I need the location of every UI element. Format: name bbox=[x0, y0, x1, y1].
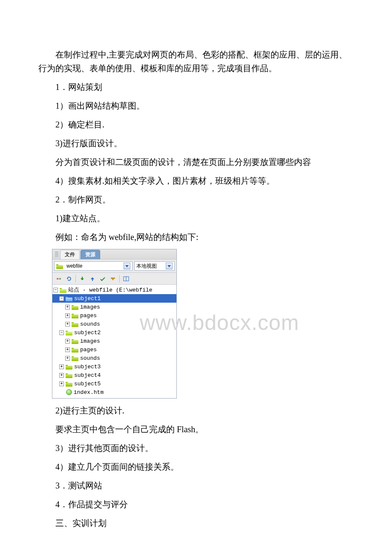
paragraph-1-3: 3)进行版面设计。 bbox=[38, 136, 354, 150]
document-page: 在制作过程中,主要完成对网页的布局、色彩的搭配、框架的应用、层的运用、行为的实现… bbox=[0, 0, 392, 552]
paragraph-1-3a: 分为首页设计和二级页面的设计，清楚在页面上分别要放置哪些内容 bbox=[38, 155, 354, 169]
folder-icon bbox=[72, 347, 78, 353]
paragraph-2: 2．制作网页。 bbox=[38, 193, 354, 206]
tree-item-label: subject2 bbox=[74, 330, 101, 336]
file-tree: www.bdocx.com 站点 - webfile (E:\webfilesu… bbox=[52, 285, 176, 398]
folder-icon bbox=[66, 364, 72, 370]
tree-toggle-collapse[interactable] bbox=[53, 288, 58, 292]
expand-button[interactable] bbox=[121, 274, 131, 283]
svg-rect-3 bbox=[111, 278, 115, 279]
put-button[interactable] bbox=[88, 274, 97, 283]
panel-toolbar bbox=[52, 273, 176, 285]
folder-icon bbox=[72, 338, 78, 344]
paragraph-3: 3．测试网站 bbox=[38, 479, 354, 492]
tree-item[interactable]: sounds bbox=[52, 320, 176, 328]
folder-icon bbox=[72, 356, 78, 361]
files-panel-container: 文件 资源 webfile 本地视图 bbox=[52, 249, 354, 399]
toolbar-separator bbox=[119, 275, 120, 283]
tree-item-label: subject1 bbox=[74, 295, 101, 302]
panel-select-row: webfile 本地视图 bbox=[52, 260, 176, 273]
paragraph-2-1: 1)建立站点。 bbox=[38, 211, 354, 225]
paragraph-1-1: 1）画出网站结构草图。 bbox=[38, 99, 354, 113]
checkout-button[interactable] bbox=[98, 274, 107, 283]
section-3: 三、实训计划 bbox=[38, 516, 354, 530]
panel-tabbar: 文件 资源 bbox=[52, 249, 176, 260]
files-panel: 文件 资源 webfile 本地视图 bbox=[52, 249, 177, 399]
get-button[interactable] bbox=[78, 274, 87, 283]
refresh-button[interactable] bbox=[64, 274, 74, 283]
folder-icon bbox=[66, 381, 72, 387]
tree-toggle-collapse[interactable] bbox=[59, 296, 64, 301]
tab-assets[interactable]: 资源 bbox=[81, 250, 100, 259]
tree-item[interactable]: subject1 bbox=[52, 294, 176, 303]
paragraph-2-3: 3）进行其他页面的设计。 bbox=[38, 441, 354, 455]
folder-icon bbox=[56, 263, 63, 269]
tree-toggle-expand[interactable] bbox=[65, 313, 70, 318]
tree-item-label: pages bbox=[80, 347, 97, 353]
tree-item-label: index.htm bbox=[74, 389, 104, 396]
svg-point-0 bbox=[57, 278, 58, 280]
folder-icon bbox=[66, 373, 72, 378]
folder-icon bbox=[72, 313, 78, 318]
paragraph-2-1a: 例如：命名为 webfile,网站的结构如下: bbox=[38, 230, 354, 244]
paragraph-2-2a: 要求主页中包含一个自己完成的 Flash。 bbox=[38, 422, 354, 436]
tree-item-label: images bbox=[80, 338, 100, 344]
tree-toggle-collapse[interactable] bbox=[59, 330, 64, 335]
paragraph-1-4: 4）搜集素材.如相关文字录入，图片素材，班级相片等等。 bbox=[38, 174, 354, 188]
tree-toggle-expand[interactable] bbox=[65, 305, 70, 309]
tree-item-label: sounds bbox=[80, 321, 100, 327]
tree-toggle-expand[interactable] bbox=[59, 364, 64, 369]
folder-icon bbox=[72, 304, 78, 310]
tree-item[interactable]: sounds bbox=[52, 354, 176, 362]
tree-toggle-expand[interactable] bbox=[65, 322, 70, 327]
tab-files[interactable]: 文件 bbox=[60, 250, 80, 259]
tree-item-label: subject5 bbox=[74, 381, 101, 387]
tree-item-label: subject3 bbox=[74, 364, 101, 370]
tree-item-label: images bbox=[80, 304, 100, 310]
tree-item-label: sounds bbox=[80, 355, 100, 361]
paragraph-intro: 在制作过程中,主要完成对网页的布局、色彩的搭配、框架的应用、层的运用、行为的实现… bbox=[38, 48, 354, 75]
tree-toggle-expand[interactable] bbox=[59, 382, 64, 386]
folder-icon bbox=[66, 330, 72, 335]
paragraph-1-2: 2）确定栏目. bbox=[38, 118, 354, 131]
tree-item[interactable]: index.htm bbox=[52, 388, 176, 396]
tree-item-label: pages bbox=[80, 312, 97, 319]
folder-icon bbox=[66, 296, 72, 301]
tree-item[interactable]: subject2 bbox=[52, 328, 176, 337]
paragraph-1: 1．网站策划 bbox=[38, 80, 354, 94]
view-select[interactable]: 本地视图 bbox=[134, 261, 175, 271]
tree-item[interactable]: pages bbox=[52, 345, 176, 354]
view-select-value: 本地视图 bbox=[136, 263, 157, 270]
tree-item[interactable]: images bbox=[52, 303, 176, 311]
tree-toggle-expand[interactable] bbox=[65, 356, 70, 361]
tree-item[interactable]: images bbox=[52, 337, 176, 345]
tree-toggle-expand[interactable] bbox=[65, 347, 70, 352]
connect-button[interactable] bbox=[54, 274, 63, 283]
tree-item-label: 站点 - webfile (E:\webfile bbox=[68, 286, 153, 294]
dropdown-arrow-icon bbox=[166, 263, 173, 269]
paragraph-2-2: 2)进行主页的设计. bbox=[38, 404, 354, 417]
tree-toggle-expand[interactable] bbox=[59, 373, 64, 378]
html-file-icon bbox=[66, 389, 72, 395]
paragraph-4: 4．作品提交与评分 bbox=[38, 497, 354, 511]
tree-item[interactable]: subject4 bbox=[52, 371, 176, 379]
svg-point-1 bbox=[59, 278, 61, 280]
site-select[interactable]: webfile bbox=[54, 261, 133, 271]
tree-toggle-expand[interactable] bbox=[65, 339, 70, 344]
toolbar-separator bbox=[75, 275, 76, 283]
tree-item[interactable]: subject3 bbox=[52, 362, 176, 371]
dropdown-arrow-icon bbox=[124, 263, 130, 269]
folder-icon bbox=[60, 287, 66, 293]
tree-item-label: subject4 bbox=[74, 372, 101, 379]
folder-icon bbox=[72, 321, 78, 327]
panel-grip-icon bbox=[55, 251, 58, 257]
site-select-value: webfile bbox=[66, 263, 82, 269]
paragraph-2-4: 4）建立几个页面间的链接关系。 bbox=[38, 460, 354, 474]
tree-item[interactable]: 站点 - webfile (E:\webfile bbox=[52, 286, 176, 294]
tree-item[interactable]: subject5 bbox=[52, 379, 176, 388]
checkin-button[interactable] bbox=[108, 274, 118, 283]
tree-item[interactable]: pages bbox=[52, 311, 176, 320]
